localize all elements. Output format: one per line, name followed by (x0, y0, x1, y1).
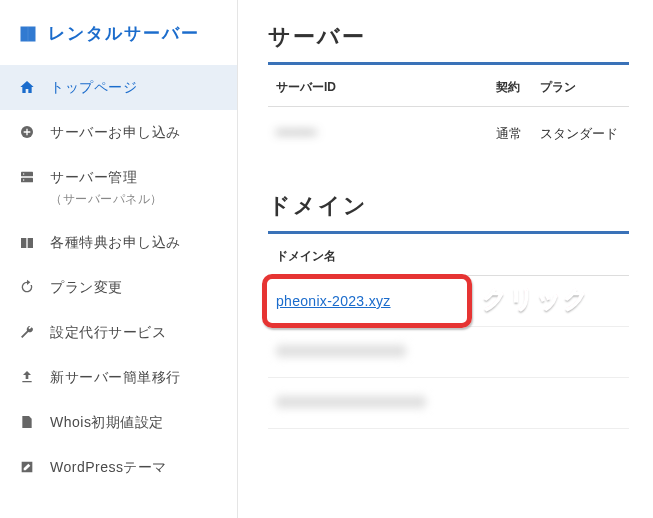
col-contract: 契約 (496, 79, 540, 96)
sidebar-item-whois[interactable]: Whois初期値設定 (0, 400, 237, 445)
domain-link[interactable]: pheonix-2023.xyz (276, 293, 391, 309)
home-icon (18, 78, 36, 96)
plus-circle-icon (18, 123, 36, 141)
svg-rect-2 (21, 178, 33, 183)
nav-label: トップページ (50, 77, 137, 98)
wrench-icon (18, 323, 36, 341)
nav-label: 設定代行サービス (50, 322, 166, 343)
document-icon (18, 413, 36, 431)
edit-icon (18, 458, 36, 476)
sidebar-item-wordpress-theme[interactable]: WordPressテーマ (0, 445, 237, 490)
nav-label: 各種特典お申し込み (50, 232, 181, 253)
svg-rect-7 (26, 238, 27, 248)
cell-server-id: ******** (276, 127, 496, 142)
server-icon (18, 168, 36, 186)
main-panel: サーバー サーバーID 契約 プラン ******** 通常 スタンダード ドメ… (238, 0, 653, 518)
nav-label: プラン変更 (50, 277, 123, 298)
domain-row (268, 378, 629, 429)
blurred-text (276, 396, 426, 408)
nav-label-sub: （サーバーパネル） (50, 190, 163, 208)
domain-row (268, 327, 629, 378)
domain-row: pheonix-2023.xyz クリック (268, 276, 629, 327)
sidebar-item-server-manage[interactable]: サーバー管理 （サーバーパネル） (0, 155, 237, 220)
sidebar-item-top[interactable]: トップページ (0, 65, 237, 110)
sidebar-item-plan-change[interactable]: プラン変更 (0, 265, 237, 310)
svg-point-4 (23, 179, 24, 180)
nav-label-main: サーバー管理 (50, 169, 137, 185)
server-table: サーバーID 契約 プラン ******** 通常 スタンダード (268, 65, 629, 169)
server-table-row: ******** 通常 スタンダード (268, 107, 629, 169)
svg-rect-1 (21, 172, 33, 177)
blurred-text (276, 345, 406, 357)
brand-title: レンタルサーバー (48, 22, 200, 45)
col-domain-name: ドメイン名 (276, 248, 336, 265)
section-domain: ドメイン ドメイン名 pheonix-2023.xyz クリック (268, 191, 629, 429)
nav-label: 新サーバー簡単移行 (50, 367, 181, 388)
col-server-id: サーバーID (276, 79, 496, 96)
gift-icon (18, 233, 36, 251)
annotation-click-label: クリック (482, 282, 590, 315)
server-table-header: サーバーID 契約 プラン (268, 65, 629, 107)
cell-contract: 通常 (496, 125, 540, 143)
section-domain-title: ドメイン (268, 191, 629, 234)
nav-label: WordPressテーマ (50, 457, 167, 478)
brand-icon (18, 24, 38, 44)
sidebar-item-server-apply[interactable]: サーバーお申し込み (0, 110, 237, 155)
domain-table-header: ドメイン名 (268, 234, 629, 276)
sidebar: レンタルサーバー トップページ サーバーお申し込み サーバー管理 （サーバーパネ… (0, 0, 238, 518)
brand: レンタルサーバー (0, 10, 237, 65)
cell-plan: スタンダード (540, 125, 621, 143)
sidebar-item-benefits[interactable]: 各種特典お申し込み (0, 220, 237, 265)
nav-label: Whois初期値設定 (50, 412, 164, 433)
sidebar-item-migration[interactable]: 新サーバー簡単移行 (0, 355, 237, 400)
blurred-text: ******** (276, 127, 316, 142)
nav-label: サーバー管理 （サーバーパネル） (50, 167, 163, 208)
section-server-title: サーバー (268, 22, 629, 65)
nav-label: サーバーお申し込み (50, 122, 181, 143)
svg-point-3 (23, 173, 24, 174)
refresh-icon (18, 278, 36, 296)
sidebar-item-setup-service[interactable]: 設定代行サービス (0, 310, 237, 355)
upload-icon (18, 368, 36, 386)
col-plan: プラン (540, 79, 621, 96)
